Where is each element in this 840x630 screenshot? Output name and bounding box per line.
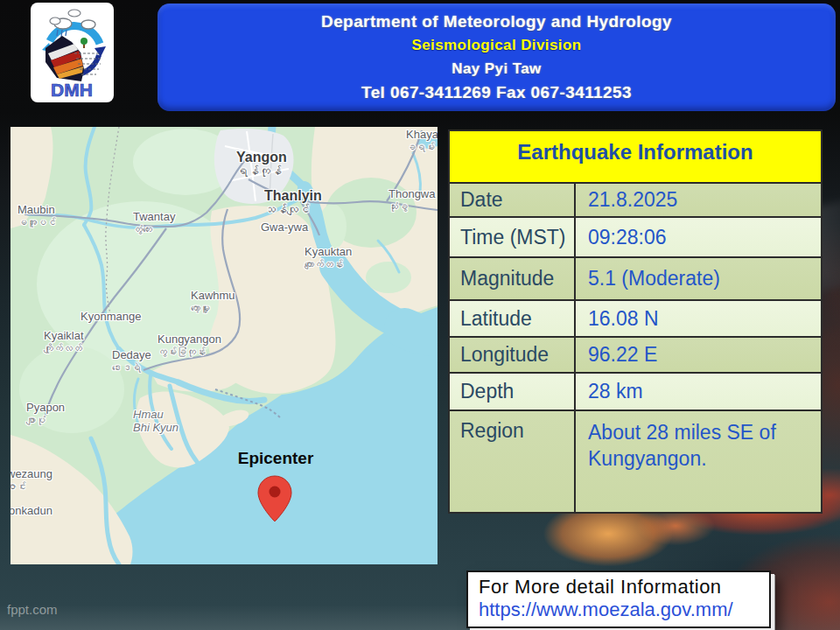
row-value: 16.08 N — [574, 301, 821, 336]
dmh-logo-icon: DMH — [31, 3, 114, 102]
table-row-region: RegionAbout 28 miles SE of Kungyangon. — [450, 410, 821, 512]
row-value: 5.1 (Moderate) — [574, 258, 821, 299]
info-text: For More detail Information — [479, 576, 759, 598]
earthquake-info-table: Earthquake Information Date21.8.2025Time… — [448, 130, 822, 514]
table-row-longitude: Longitude96.22 E — [450, 336, 821, 372]
map-label-kawhmu: Kawhmuကော့မှူး — [191, 290, 235, 313]
map-label-kyauktan: Kyauktanကျောက်တန်း — [304, 246, 352, 270]
map-label-maubin: Maubinမအူပင် — [18, 204, 56, 228]
row-label: Longitude — [450, 338, 574, 372]
row-value: 28 km — [574, 374, 821, 410]
map-label-wezaung: wezaungးဇောင်း — [10, 468, 52, 492]
more-info-box: For More detail Information https://www.… — [466, 570, 771, 628]
table-row-time-mst-: Time (MST)09:28:06 — [450, 216, 821, 256]
map-label-twantay: Twantayတွံတေး — [133, 211, 175, 234]
table-row-date: Date21.8.2025 — [450, 182, 821, 216]
header-contact: Tel 067-3411269 Fax 067-3411253 — [361, 83, 632, 102]
map-label-dedaye: Dedayeဒေးဒရဲ — [112, 349, 151, 373]
header-banner: Department of Meteorology and Hydrology … — [158, 4, 836, 111]
header-division: Seismological Division — [412, 37, 582, 54]
map-label-kungyangon: Kungyangonကွမ်းခြံကုန်း — [158, 333, 221, 357]
map-label-onkadun: onkadun — [10, 505, 52, 518]
row-label: Time (MST) — [450, 218, 574, 256]
fppt-watermark: fppt.com — [7, 602, 58, 617]
info-url-link[interactable]: https://www.moezala.gov.mm/ — [479, 598, 759, 621]
table-row-latitude: Latitude16.08 N — [450, 299, 821, 336]
row-value: 96.22 E — [574, 338, 821, 372]
table-row-magnitude: Magnitude5.1 (Moderate) — [450, 256, 821, 299]
map-label-hmau: HmauBhi Kyun — [133, 409, 178, 434]
row-label: Region — [450, 411, 574, 512]
slide: DMH Department of Meteorology and Hydrol… — [0, 0, 840, 630]
map-label-thanlyin: Thanlyinသန်လျင် — [264, 188, 322, 216]
map-label-gwa-ywa: Gwa-ywa — [261, 221, 308, 234]
map-label-kyaiklat: Kyaiklatကျိုက်လတ် — [44, 330, 84, 354]
map-label-thongwa: Thongwaသုံးခွ — [388, 188, 435, 212]
header-city: Nay Pyi Taw — [452, 60, 541, 78]
row-value: About 28 miles SE of Kungyangon. — [574, 411, 821, 512]
dmh-logo-text: DMH — [51, 80, 93, 100]
table-row-depth: Depth28 km — [450, 372, 821, 410]
table-rows: Date21.8.2025Time (MST)09:28:06Magnitude… — [450, 182, 821, 512]
map-label-pyapon: Pyaponဖျာပုံ — [26, 402, 65, 425]
map-label-yangon: Yangonရန်ကုန် — [236, 150, 287, 178]
row-label: Latitude — [450, 301, 574, 336]
epicenter-label: Epicenter — [219, 449, 332, 468]
map-label-khayan: Khayanခရမ်း — [406, 129, 438, 152]
map-label-kyonmange: Kyonmange — [80, 311, 141, 324]
row-label: Depth — [450, 374, 574, 410]
row-value: 21.8.2025 — [574, 184, 821, 216]
row-value: 09:28:06 — [574, 218, 821, 256]
row-label: Date — [450, 184, 574, 216]
header-department: Department of Meteorology and Hydrology — [321, 12, 672, 32]
row-label: Magnitude — [450, 258, 574, 299]
table-title: Earthquake Information — [450, 131, 821, 182]
epicenter-map: Yangonရန်ကုန်Thanlyinသန်လျင်Khayanခရမ်းT… — [10, 127, 438, 564]
dmh-logo: DMH — [31, 3, 114, 102]
